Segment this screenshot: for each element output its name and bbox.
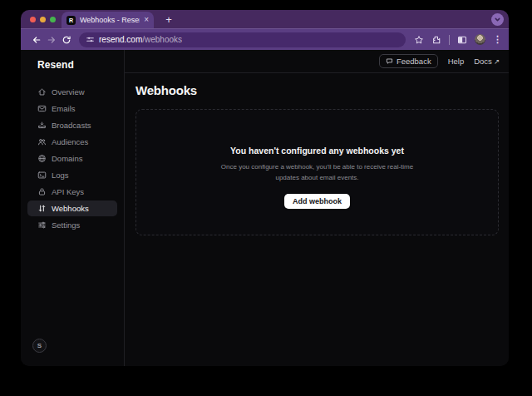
- reload-button[interactable]: [59, 32, 74, 47]
- main-header: Feedback Help Docs↗: [125, 50, 509, 73]
- address-bar[interactable]: resend.com/webhooks: [79, 32, 406, 47]
- page-body: Webhooks You haven't configured any webh…: [125, 73, 509, 235]
- feedback-label: Feedback: [397, 57, 431, 66]
- mail-icon: [37, 104, 47, 113]
- sidebar-item-emails[interactable]: Emails: [27, 101, 117, 116]
- chevron-down-icon: [494, 16, 501, 23]
- home-icon: [37, 87, 47, 97]
- toolbar-actions: ⋮: [414, 34, 502, 45]
- browser-tab[interactable]: R Webhooks - Resend ×: [62, 12, 154, 28]
- sidebar-item-label: Audiences: [52, 137, 88, 146]
- forward-button[interactable]: [44, 32, 59, 47]
- sliders-icon: [37, 220, 47, 230]
- extensions-icon[interactable]: [431, 35, 441, 45]
- speech-bubble-icon: [386, 57, 393, 65]
- help-link[interactable]: Help: [448, 57, 465, 66]
- sidebar-item-logs[interactable]: Logs: [27, 167, 117, 183]
- webhook-arrows-icon: [37, 204, 47, 213]
- window-controls: [30, 17, 56, 22]
- main-area: Feedback Help Docs↗ Webhooks You haven't…: [125, 50, 509, 366]
- reload-icon: [62, 35, 71, 45]
- browser-tab-strip: R Webhooks - Resend × +: [21, 10, 509, 28]
- sidebar-item-label: Settings: [52, 220, 80, 230]
- sidebar-item-settings[interactable]: Settings: [27, 217, 117, 233]
- description-line-2: updates about email events.: [136, 172, 498, 183]
- description-line-1: Once you configure a webhook, you'll be …: [136, 161, 498, 172]
- empty-state-description: Once you configure a webhook, you'll be …: [136, 161, 498, 183]
- feedback-button[interactable]: Feedback: [379, 54, 438, 68]
- sidebar-item-label: Broadcasts: [52, 121, 91, 130]
- sidebar-item-overview[interactable]: Overview: [27, 84, 117, 100]
- sidebar-item-label: Overview: [52, 87, 85, 97]
- url-text: resend.com/webhooks: [99, 35, 182, 44]
- window-close-button[interactable]: [30, 17, 36, 22]
- site-settings-icon: [86, 35, 95, 44]
- browser-profile-avatar[interactable]: [475, 34, 485, 45]
- sidebar-nav: Overview Emails Broadcasts Audiences: [27, 84, 117, 234]
- browser-toolbar: resend.com/webhooks ⋮: [21, 28, 509, 50]
- terminal-icon: [37, 171, 47, 180]
- sidebar-item-audiences[interactable]: Audiences: [27, 134, 117, 150]
- tab-close-icon[interactable]: ×: [144, 16, 149, 24]
- user-avatar[interactable]: S: [32, 339, 47, 353]
- lock-icon: [37, 187, 47, 196]
- sidebar-item-api-keys[interactable]: API Keys: [27, 184, 117, 200]
- window-minimize-button[interactable]: [40, 17, 46, 22]
- back-button[interactable]: [29, 32, 44, 47]
- new-tab-button[interactable]: +: [162, 13, 175, 27]
- sidebar-item-label: Webhooks: [52, 204, 89, 213]
- browser-menu-icon[interactable]: ⋮: [493, 35, 502, 44]
- sidebar-item-webhooks[interactable]: Webhooks: [27, 200, 117, 216]
- sidebar-item-domains[interactable]: Domains: [27, 151, 117, 166]
- webhooks-empty-state: You haven't configured any webhooks yet …: [135, 109, 499, 235]
- docs-link[interactable]: Docs↗: [474, 57, 500, 66]
- resend-favicon: R: [66, 16, 76, 25]
- sidebar-item-label: API Keys: [52, 187, 84, 196]
- globe-icon: [37, 154, 47, 163]
- help-label: Help: [448, 57, 465, 66]
- users-icon: [37, 137, 47, 146]
- url-path: /webhooks: [142, 35, 182, 44]
- page-content: Resend Overview Emails Broadcasts: [21, 50, 509, 366]
- sidebar-item-label: Logs: [52, 171, 69, 180]
- tab-search-button[interactable]: [491, 13, 504, 26]
- page-title: Webhooks: [135, 83, 499, 97]
- resend-logo: Resend: [37, 59, 124, 71]
- empty-state-title: You haven't configured any webhooks yet: [136, 146, 498, 156]
- toolbar-divider: [449, 35, 450, 45]
- forward-arrow-icon: [47, 35, 57, 45]
- add-webhook-button[interactable]: Add webhook: [284, 194, 350, 209]
- sidebar-item-broadcasts[interactable]: Broadcasts: [27, 117, 117, 133]
- sidebar: Resend Overview Emails Broadcasts: [21, 50, 125, 366]
- broadcast-icon: [37, 121, 47, 130]
- sidebar-item-label: Domains: [52, 154, 83, 163]
- side-panel-icon[interactable]: [457, 35, 467, 45]
- back-arrow-icon: [32, 35, 42, 45]
- docs-label: Docs: [474, 57, 492, 66]
- external-link-icon: ↗: [494, 57, 500, 66]
- bookmark-star-icon[interactable]: [414, 35, 424, 45]
- browser-window: R Webhooks - Resend × + resend.com/webh: [21, 10, 509, 366]
- sidebar-item-label: Emails: [52, 104, 76, 113]
- desktop-background: R Webhooks - Resend × + resend.com/webh: [0, 0, 532, 396]
- window-zoom-button[interactable]: [50, 17, 56, 22]
- tab-title: Webhooks - Resend: [80, 16, 140, 24]
- url-host: resend.com: [99, 35, 142, 44]
